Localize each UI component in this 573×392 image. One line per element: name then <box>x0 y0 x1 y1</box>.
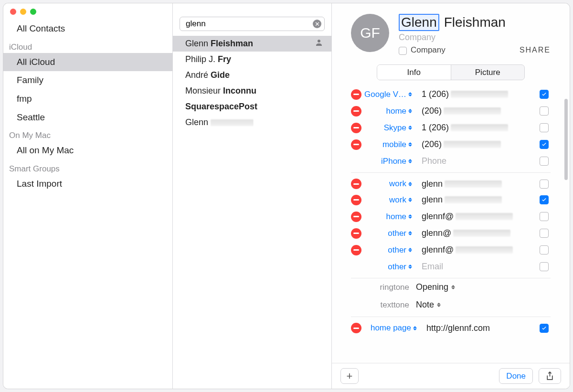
sidebar-item[interactable]: All iCloud <box>3 53 172 72</box>
field-row: workglenn <box>351 191 551 208</box>
field-label-select[interactable]: iPhone <box>364 157 416 166</box>
field-value[interactable]: 1 (206) <box>416 89 537 99</box>
field-label-select[interactable]: other <box>364 262 416 272</box>
results-list: Glenn FleishmanPhilip J. FryAndré GideMo… <box>173 36 331 389</box>
company-field[interactable]: Company <box>399 32 551 42</box>
field-row: home(206) <box>351 103 551 119</box>
field-checkbox[interactable] <box>540 180 549 189</box>
texttone-value[interactable]: Note <box>416 300 551 310</box>
sidebar-item[interactable]: Seattle <box>3 108 172 127</box>
ringtone-row: ringtoneOpening <box>351 278 551 296</box>
field-value[interactable]: (206) <box>416 106 537 116</box>
field-value[interactable]: Email <box>416 262 537 272</box>
field-value[interactable]: glenn@ <box>416 228 537 238</box>
sidebar-header: iCloud <box>3 38 172 53</box>
search-input[interactable] <box>183 19 313 29</box>
field-label-select[interactable]: other <box>364 229 416 238</box>
tab-info[interactable]: Info <box>377 65 451 80</box>
field-value[interactable]: 1 (206) <box>416 123 537 133</box>
homepage-row: home pagehttp://glennf.com <box>351 317 551 336</box>
field-label-select[interactable]: home <box>364 212 416 222</box>
first-name-field[interactable]: Glenn <box>399 14 439 31</box>
result-row[interactable]: SquarespacePost <box>173 99 331 115</box>
field-label-select[interactable]: Skype <box>364 123 416 133</box>
sidebar-item[interactable]: Family <box>3 71 172 90</box>
close-window-button[interactable] <box>10 9 16 15</box>
clear-search-button[interactable]: ✕ <box>313 20 321 28</box>
field-checkbox[interactable] <box>540 157 549 166</box>
results-pane: ✕ Glenn FleishmanPhilip J. FryAndré Gide… <box>173 3 332 389</box>
remove-button[interactable] <box>351 139 361 150</box>
sidebar-header: Smart Groups <box>3 160 172 175</box>
result-row[interactable]: Glenn Fleishman <box>173 36 331 52</box>
zoom-window-button[interactable] <box>30 9 36 15</box>
sidebar-item[interactable]: fmp <box>3 90 172 108</box>
done-button[interactable]: Done <box>499 368 533 384</box>
field-row: workglenn <box>351 172 551 191</box>
field-checkbox[interactable] <box>540 245 549 254</box>
scrollbar[interactable] <box>564 99 568 180</box>
remove-button[interactable] <box>351 228 361 239</box>
field-label-select[interactable]: work <box>364 179 416 189</box>
field-label-select[interactable]: other <box>364 245 416 255</box>
sidebar-item-all-contacts[interactable]: All Contacts <box>3 20 172 38</box>
remove-button[interactable] <box>351 106 361 117</box>
field-label-select[interactable]: mobile <box>364 140 416 149</box>
field-value[interactable]: (206) <box>416 139 537 149</box>
sidebar-item[interactable]: Last Import <box>3 175 172 193</box>
share-label[interactable]: SHARE <box>520 46 551 54</box>
field-checkbox[interactable] <box>540 90 549 99</box>
traffic-lights <box>10 9 36 15</box>
field-value[interactable]: Phone <box>416 156 537 166</box>
result-row[interactable]: Monsieur Inconnu <box>173 83 331 99</box>
field-label-select[interactable]: home page <box>364 323 421 333</box>
result-row[interactable]: André Gide <box>173 67 331 83</box>
company-checkbox[interactable]: Company <box>399 45 446 55</box>
share-button[interactable] <box>539 368 561 384</box>
person-icon <box>315 39 323 49</box>
field-row: Google V…1 (206) <box>351 86 551 103</box>
remove-button[interactable] <box>351 89 361 100</box>
field-checkbox[interactable] <box>540 106 549 116</box>
remove-button[interactable] <box>351 195 361 205</box>
sidebar-item[interactable]: All on My Mac <box>3 141 172 160</box>
field-checkbox[interactable] <box>540 324 549 333</box>
remove-button[interactable] <box>351 245 361 255</box>
ringtone-label: ringtone <box>351 283 416 292</box>
field-checkbox[interactable] <box>540 229 549 238</box>
field-label-select[interactable]: Google V… <box>364 90 416 99</box>
add-field-button[interactable]: + <box>340 368 359 384</box>
ringtone-value[interactable]: Opening <box>416 282 551 292</box>
field-row: iPhonePhone <box>351 153 551 170</box>
field-label-select[interactable]: home <box>364 106 416 116</box>
field-checkbox[interactable] <box>540 195 549 204</box>
remove-button[interactable] <box>351 179 361 189</box>
search-field[interactable]: ✕ <box>180 17 325 31</box>
detail-toolbar: + Done <box>332 363 570 389</box>
remove-button[interactable] <box>351 212 361 222</box>
sidebar-header: On My Mac <box>3 127 172 141</box>
field-value[interactable]: http://glennf.com <box>421 323 537 333</box>
remove-button[interactable] <box>351 123 361 133</box>
last-name-field[interactable]: Fleishman <box>444 15 506 30</box>
field-checkbox[interactable] <box>540 262 549 271</box>
result-row[interactable]: Philip J. Fry <box>173 52 331 67</box>
remove-button[interactable] <box>351 323 361 333</box>
result-row[interactable]: Glenn <box>173 115 331 130</box>
field-row: otherglenn@ <box>351 225 551 242</box>
minimize-window-button[interactable] <box>20 9 26 15</box>
field-row: Skype1 (206) <box>351 119 551 136</box>
tab-picture[interactable]: Picture <box>451 65 525 80</box>
segmented-control[interactable]: Info Picture <box>377 64 525 80</box>
texttone-row: texttoneNote <box>351 296 551 314</box>
field-value[interactable]: glenn <box>416 195 537 205</box>
avatar[interactable]: GF <box>351 14 389 52</box>
texttone-label: texttone <box>351 300 416 310</box>
field-label-select[interactable]: work <box>364 195 416 205</box>
field-checkbox[interactable] <box>540 212 549 221</box>
field-checkbox[interactable] <box>540 123 549 132</box>
field-value[interactable]: glennf@ <box>416 245 537 255</box>
field-value[interactable]: glennf@ <box>416 212 537 222</box>
field-checkbox[interactable] <box>540 140 549 149</box>
field-value[interactable]: glenn <box>416 179 537 189</box>
